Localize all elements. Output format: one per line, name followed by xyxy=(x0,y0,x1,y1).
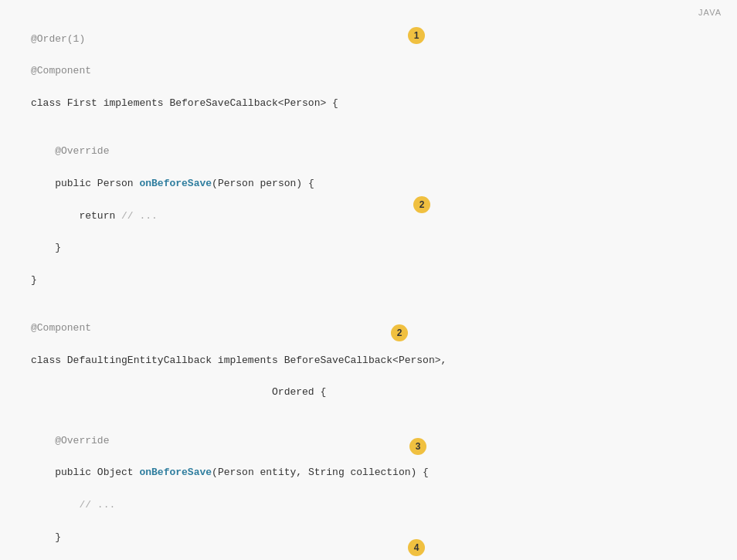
code-line: } xyxy=(31,530,722,546)
code-line: // ... xyxy=(31,497,722,514)
code-container: JAVA 1 2 2 3 4 @Order(1) @Component clas… xyxy=(0,0,737,560)
code-line: return // ... xyxy=(31,209,722,225)
code-line: @Override xyxy=(31,433,722,450)
code-line: @Component xyxy=(31,63,722,80)
code-line: public Person onBeforeSave(Person person… xyxy=(31,176,722,192)
language-badge: JAVA xyxy=(698,8,722,17)
code-line: Ordered { xyxy=(31,385,722,401)
code-line: } xyxy=(31,273,722,289)
code-line: class DefaultingEntityCallback implement… xyxy=(31,353,722,369)
code-line: @Component xyxy=(31,321,722,337)
code-line: } xyxy=(31,240,722,256)
code-line: @Override xyxy=(31,144,722,160)
code-block: @Order(1) @Component class First impleme… xyxy=(31,15,722,560)
code-line: class First implements BeforeSaveCallbac… xyxy=(31,96,722,112)
code-line: public Object onBeforeSave(Person entity… xyxy=(31,465,722,481)
code-line: @Order(1) xyxy=(31,32,722,48)
